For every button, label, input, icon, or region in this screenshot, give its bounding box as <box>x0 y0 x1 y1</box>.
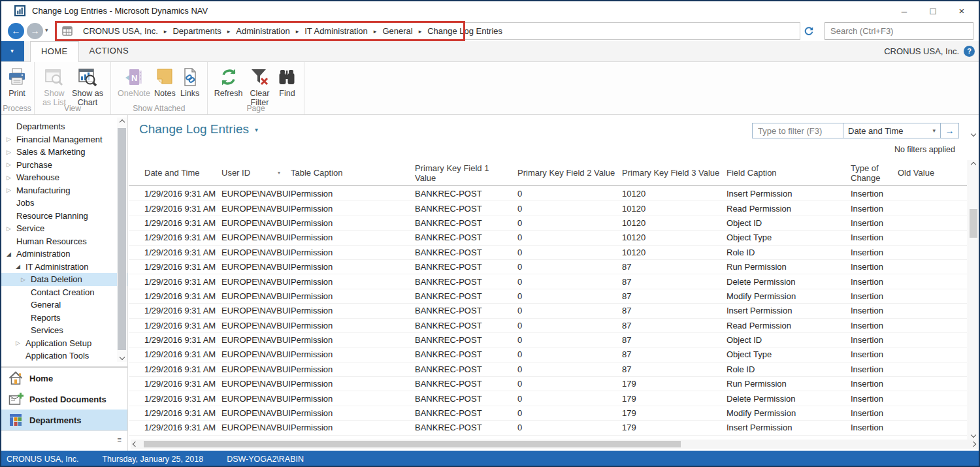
tree-expander-icon[interactable] <box>16 263 25 270</box>
table-row[interactable]: 1/29/2016 9:31 AM EUROPE\NAVBUILD Permis… <box>129 406 967 421</box>
application-menu-button[interactable]: ▾ <box>0 41 24 61</box>
table-row[interactable]: 1/29/2016 9:31 AM EUROPE\NAVBUILD Permis… <box>129 421 967 435</box>
table-row[interactable]: 1/29/2016 9:31 AM EUROPE\NAVBUILD Permis… <box>129 319 967 333</box>
sidebar-tree-item[interactable]: Reports <box>0 312 127 325</box>
horizontal-scrollbar-thumb[interactable] <box>144 441 681 447</box>
links-button[interactable]: Links <box>178 65 203 98</box>
back-button[interactable]: ← <box>8 23 24 39</box>
tree-expander-icon[interactable] <box>16 340 25 346</box>
table-horizontal-scrollbar[interactable] <box>131 440 978 449</box>
sidebar-tree-item[interactable]: Service <box>0 222 127 235</box>
nav-button-home[interactable]: Home <box>0 368 127 389</box>
column-header-pk1[interactable]: Primary Key Field 1 Value <box>415 163 517 183</box>
breadcrumb-item[interactable]: General▸ <box>382 26 427 36</box>
sidebar-tree-item[interactable]: Application Setup <box>0 337 127 350</box>
table-vertical-scrollbar[interactable] <box>968 160 978 440</box>
sidebar-tree-item[interactable]: Purchase <box>0 159 127 172</box>
column-header-pk3[interactable]: Primary Key Field 3 Value <box>622 168 727 178</box>
table-row[interactable]: 1/29/2016 9:31 AM EUROPE\NAVBUILD Permis… <box>129 216 967 231</box>
clear-filter-button[interactable]: Clear Filter <box>244 65 274 107</box>
table-row[interactable]: 1/29/2016 9:31 AM EUROPE\NAVBUILD Permis… <box>129 274 967 289</box>
configure-buttons-icon[interactable]: ≡ <box>118 436 122 443</box>
breadcrumb-field[interactable]: CRONUS USA, Inc.▸Departments▸Administrat… <box>55 22 817 40</box>
tree-expander-icon[interactable] <box>7 251 16 257</box>
tree-expander-icon[interactable] <box>7 187 16 193</box>
tree-expander-icon[interactable] <box>7 174 16 181</box>
tree-scrollbar[interactable] <box>117 118 127 362</box>
table-row[interactable]: 1/29/2016 9:31 AM EUROPE\NAVBUILD Permis… <box>129 231 967 245</box>
tab-home[interactable]: HOME <box>30 41 79 63</box>
sidebar-tree-item[interactable]: Resource Planning <box>0 210 127 223</box>
column-header-field-caption[interactable]: Field Caption <box>727 168 851 178</box>
breadcrumb-item[interactable]: IT Administration▸ <box>304 26 382 36</box>
page-title-caret-icon[interactable]: ▾ <box>255 126 258 133</box>
breadcrumb-item[interactable]: Departments▸ <box>172 26 236 36</box>
notes-button[interactable]: Notes <box>152 65 178 98</box>
show-as-chart-button[interactable]: Show as Chart <box>69 65 106 107</box>
sidebar-tree-item[interactable]: Departments <box>0 120 127 133</box>
breadcrumb-item[interactable]: CRONUS USA, Inc.▸ <box>83 26 172 36</box>
sidebar-tree-item[interactable]: Warehouse <box>0 171 127 184</box>
table-row[interactable]: 1/29/2016 9:31 AM EUROPE\NAVBUILD Permis… <box>129 260 967 274</box>
sidebar-tree-item[interactable]: Administration <box>0 248 127 261</box>
tree-expander-icon[interactable] <box>7 136 16 142</box>
collapse-filter-chevron-icon[interactable] <box>972 127 975 138</box>
table-row[interactable]: 1/29/2016 9:31 AM EUROPE\NAVBUILD Permis… <box>129 201 967 216</box>
sidebar-tree-item[interactable]: Manufacturing <box>0 184 127 197</box>
help-icon[interactable]: ? <box>964 46 975 57</box>
tree-scrollbar-thumb[interactable] <box>118 128 126 350</box>
show-as-list-button[interactable]: Show as List <box>39 65 69 107</box>
maximize-button[interactable]: □ <box>919 5 947 16</box>
search-input[interactable] <box>825 22 973 40</box>
tree-expander-icon[interactable] <box>7 161 16 168</box>
table-row[interactable]: 1/29/2016 9:31 AM EUROPE\NAVBUILD Permis… <box>129 289 967 304</box>
tree-expander-icon[interactable] <box>7 149 16 155</box>
table-row[interactable]: 1/29/2016 9:31 AM EUROPE\NAVBUILD Permis… <box>129 304 967 318</box>
tree-expander-icon[interactable] <box>21 276 31 283</box>
breadcrumb-item[interactable]: Administration▸ <box>236 26 304 36</box>
sidebar-tree-item[interactable]: Jobs <box>0 197 127 210</box>
column-header-type-of-change[interactable]: Type of Change <box>851 163 898 183</box>
scroll-up-icon[interactable] <box>117 118 127 127</box>
filter-field-dropdown[interactable]: Date and Time ▾ <box>843 126 940 136</box>
sidebar-tree-item[interactable]: Data Deletion <box>0 273 127 286</box>
table-row[interactable]: 1/29/2016 9:31 AM EUROPE\NAVBUILD Permis… <box>129 246 967 260</box>
minimize-button[interactable]: – <box>890 5 919 16</box>
find-button[interactable]: Find <box>274 65 299 98</box>
table-row[interactable]: 1/29/2016 9:31 AM EUROPE\NAVBUILD Permis… <box>129 377 967 391</box>
sidebar-tree-item[interactable]: General <box>0 298 127 312</box>
sidebar-tree-item[interactable]: Services <box>0 324 127 337</box>
table-row[interactable]: 1/29/2016 9:31 AM EUROPE\NAVBUILD Permis… <box>129 391 967 406</box>
sidebar-tree-item[interactable]: Contact Creation <box>0 286 127 299</box>
nav-button-posted-documents[interactable]: Posted Documents <box>0 389 127 410</box>
table-row[interactable]: 1/29/2016 9:31 AM EUROPE\NAVBUILD Permis… <box>129 187 967 201</box>
sidebar-tree-item[interactable]: Application Tools <box>0 349 127 362</box>
column-header-pk2[interactable]: Primary Key Field 2 Value <box>517 168 622 178</box>
tree-expander-icon[interactable] <box>7 225 16 232</box>
status-date[interactable]: Thursday, January 25, 2018 <box>102 455 203 464</box>
scroll-down-icon[interactable] <box>117 353 127 362</box>
sidebar-tree-item[interactable]: Financial Management <box>0 133 127 146</box>
column-header-old-value[interactable]: Old Value <box>898 168 967 178</box>
forward-button[interactable]: → <box>27 23 43 39</box>
close-button[interactable]: × <box>947 5 976 16</box>
scroll-down-icon[interactable] <box>968 430 978 440</box>
tab-actions[interactable]: ACTIONS <box>79 41 140 62</box>
breadcrumb-item[interactable]: Change Log Entries▸ <box>427 26 502 36</box>
sidebar-tree-item[interactable]: Human Resources <box>0 235 127 248</box>
table-row[interactable]: 1/29/2016 9:31 AM EUROPE\NAVBUILD Permis… <box>129 333 967 347</box>
sidebar-tree-item[interactable]: Sales & Marketing <box>0 146 127 159</box>
filter-input[interactable] <box>753 124 843 137</box>
nav-button-departments[interactable]: Departments <box>0 410 127 430</box>
column-header-user-id[interactable]: User ID▾ <box>221 168 291 178</box>
refresh-address-button[interactable] <box>800 22 817 40</box>
vertical-scrollbar-thumb[interactable] <box>970 209 977 238</box>
apply-filter-button[interactable]: → <box>941 125 958 136</box>
status-company[interactable]: CRONUS USA, Inc. <box>7 455 78 464</box>
refresh-button[interactable]: Refresh <box>212 65 245 98</box>
column-header-date-and-time[interactable]: Date and Time <box>144 168 221 178</box>
onenote-button[interactable]: N OneNote <box>116 65 152 98</box>
table-row[interactable]: 1/29/2016 9:31 AM EUROPE\NAVBUILD Permis… <box>129 362 967 377</box>
scroll-left-icon[interactable] <box>131 440 140 449</box>
scroll-up-icon[interactable] <box>968 160 978 169</box>
